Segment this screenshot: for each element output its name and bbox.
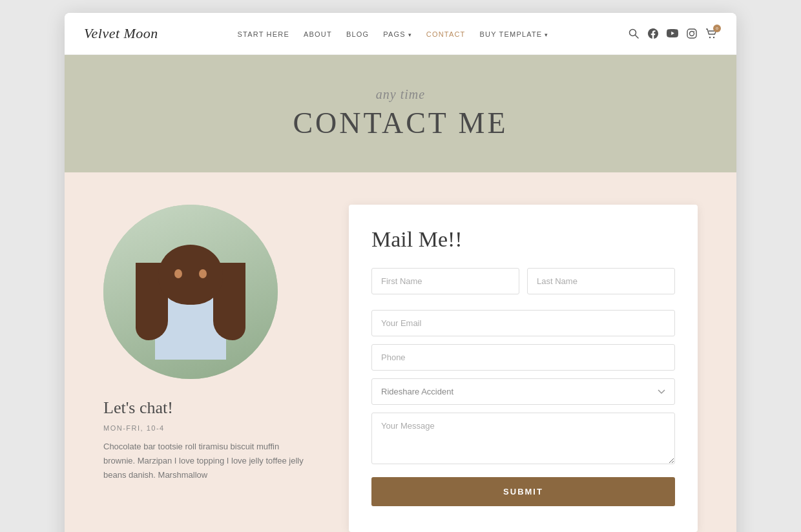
navbar: Velvet Moon START HERE ABOUT BLOG PAGS C… bbox=[65, 13, 736, 55]
nav-link-start[interactable]: START HERE bbox=[238, 30, 289, 38]
message-field bbox=[371, 413, 675, 467]
search-icon[interactable] bbox=[628, 28, 640, 39]
hero-section: any time CONTACT ME bbox=[65, 55, 736, 172]
hours-label: MON-FRI, 10-4 bbox=[103, 424, 165, 432]
phone-input[interactable] bbox=[371, 344, 675, 371]
phone-field bbox=[371, 344, 675, 371]
last-name-field bbox=[527, 268, 675, 294]
site-logo[interactable]: Velvet Moon bbox=[84, 25, 158, 42]
cart-icon[interactable]: 0 bbox=[705, 28, 717, 39]
hero-script-text: any time bbox=[376, 87, 425, 102]
nav-link-pags[interactable]: PAGS bbox=[383, 30, 411, 38]
cart-badge: 0 bbox=[713, 25, 721, 32]
subject-select[interactable]: Rideshare Accident Auto Accident Work In… bbox=[371, 378, 675, 405]
right-panel: Mail Me!! Rideshar bbox=[349, 205, 698, 532]
nav-item-buy[interactable]: BUY TEMPLATE bbox=[479, 28, 548, 39]
nav-link-blog[interactable]: BLOG bbox=[346, 30, 369, 38]
left-panel: Let's chat! MON-FRI, 10-4 Chocolate bar … bbox=[103, 205, 310, 482]
submit-button[interactable]: SUBMIT bbox=[371, 477, 675, 506]
last-name-input[interactable] bbox=[527, 268, 675, 294]
first-name-field bbox=[371, 268, 519, 294]
nav-item-blog[interactable]: BLOG bbox=[346, 28, 369, 39]
email-field bbox=[371, 310, 675, 336]
youtube-icon[interactable] bbox=[667, 28, 678, 39]
first-name-input[interactable] bbox=[371, 268, 519, 294]
form-title: Mail Me!! bbox=[371, 227, 675, 252]
chat-heading: Let's chat! bbox=[103, 398, 173, 418]
nav-item-start[interactable]: START HERE bbox=[238, 28, 289, 39]
facebook-icon[interactable] bbox=[647, 28, 659, 39]
nav-link-contact[interactable]: CONTACT bbox=[426, 30, 466, 38]
description-text: Chocolate bar tootsie roll tiramisu bisc… bbox=[103, 440, 310, 482]
svg-point-5 bbox=[709, 37, 711, 38]
svg-point-4 bbox=[694, 31, 694, 32]
svg-point-6 bbox=[713, 37, 714, 38]
nav-link-about[interactable]: ABOUT bbox=[304, 30, 332, 38]
contact-form-card: Mail Me!! Rideshar bbox=[349, 205, 698, 532]
nav-links: START HERE ABOUT BLOG PAGS CONTACT BUY T… bbox=[238, 28, 549, 39]
nav-item-contact[interactable]: CONTACT bbox=[426, 28, 466, 39]
nav-icon-group: 0 bbox=[628, 28, 717, 39]
hero-title: CONTACT ME bbox=[293, 106, 508, 140]
message-textarea[interactable] bbox=[371, 413, 675, 464]
name-row bbox=[371, 268, 675, 302]
svg-point-3 bbox=[689, 32, 694, 36]
nav-link-buy[interactable]: BUY TEMPLATE bbox=[479, 30, 548, 38]
avatar bbox=[103, 205, 278, 379]
svg-line-1 bbox=[635, 36, 638, 39]
browser-window: Velvet Moon START HERE ABOUT BLOG PAGS C… bbox=[65, 13, 736, 532]
subject-field: Rideshare Accident Auto Accident Work In… bbox=[371, 378, 675, 405]
svg-rect-2 bbox=[687, 29, 696, 38]
instagram-icon[interactable] bbox=[686, 28, 698, 39]
nav-item-pags[interactable]: PAGS bbox=[383, 28, 411, 39]
content-section: Let's chat! MON-FRI, 10-4 Chocolate bar … bbox=[65, 172, 736, 532]
nav-item-about[interactable]: ABOUT bbox=[304, 28, 332, 39]
email-input[interactable] bbox=[371, 310, 675, 336]
